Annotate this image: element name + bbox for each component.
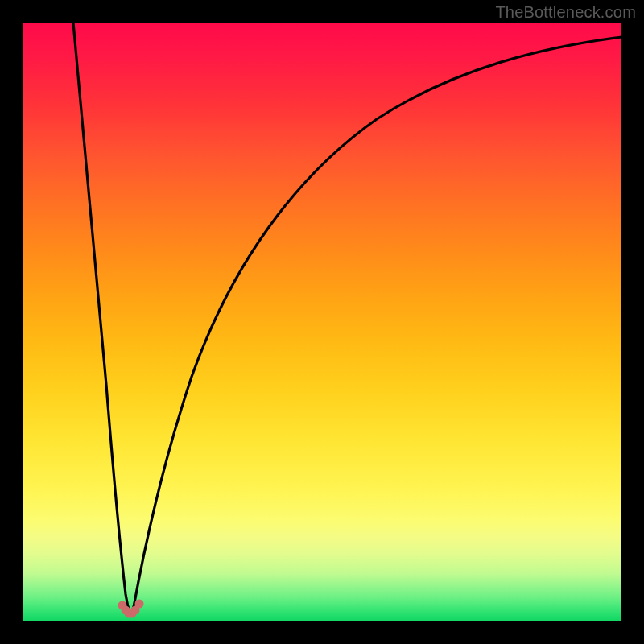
plot-area [23,23,621,621]
curve-left-branch [73,23,128,607]
chart-frame: TheBottleneck.com [0,0,644,644]
valley-dot [135,600,144,609]
curve-right-branch [134,37,621,607]
watermark-text: TheBottleneck.com [495,3,636,22]
bottleneck-curve [23,23,621,621]
